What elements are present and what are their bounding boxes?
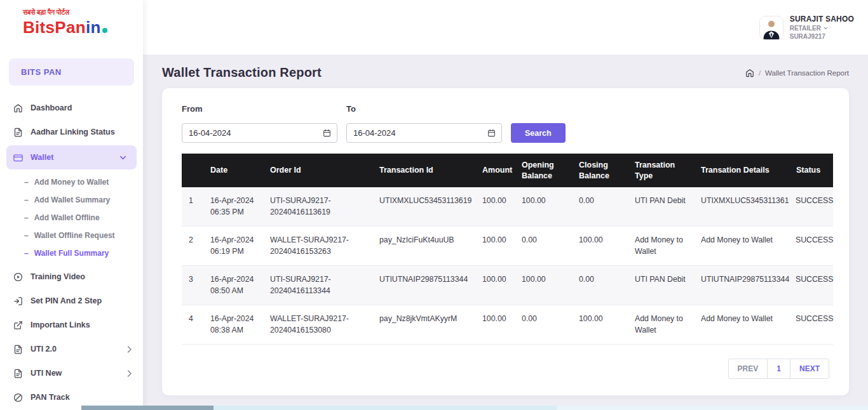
cell-date: 16-Apr-2024 06:35 PM (203, 187, 263, 226)
page-content: Wallet Transaction Report / Wallet Trans… (143, 55, 868, 410)
logo-main: BitsPan (23, 18, 86, 37)
sidebar-item-label: Wallet (31, 153, 111, 162)
from-date-value[interactable] (189, 128, 323, 138)
breadcrumb-current: Wallet Transaction Report (765, 69, 849, 77)
home-icon (13, 103, 23, 113)
status-badge: SUCCESS (789, 226, 833, 265)
col-transaction-id: Transaction Id (372, 154, 475, 187)
row-number: 4 (182, 305, 203, 344)
home-icon[interactable] (745, 69, 754, 77)
table-header: Date Order Id Transaction Id Amount Open… (182, 154, 833, 187)
cell-closing-balance: 100.00 (572, 226, 628, 265)
cell-closing-balance: 0.00 (572, 265, 628, 305)
sidebar-item-label: Aadhar Linking Status (31, 128, 134, 136)
sidebar-section-label: BITS PAN (9, 58, 134, 86)
sidebar-item-uti-new[interactable]: UTI New (0, 361, 143, 385)
cell-amount: 100.00 (475, 305, 515, 344)
sidebar-item-important-links[interactable]: Important Links (0, 313, 143, 337)
avatar (759, 16, 783, 40)
next-button[interactable]: NEXT (790, 359, 829, 379)
cell-transaction-id: UTIXMXLUC53453113619 (372, 187, 475, 226)
user-menu[interactable]: SURAJIT SAHOO RETAILER SURAJ9217 (759, 15, 854, 40)
sidebar-item-label: Set PIN And 2 Step (31, 296, 134, 305)
cell-opening-balance: 0.00 (515, 305, 572, 344)
sidebar-item-wallet-full-summary[interactable]: –Wallet Full Summary (0, 244, 143, 262)
dash-marker: – (24, 178, 29, 187)
sidebar-subitem-label: Add Wallet Summary (34, 195, 111, 204)
user-id: SURAJ9217 (790, 33, 854, 40)
sidebar-item-add-wallet-summary[interactable]: –Add Wallet Summary (0, 191, 143, 209)
sidebar-subitem-label: Add Money to Wallet (34, 178, 109, 187)
cell-date: 16-Apr-2024 08:38 AM (203, 305, 263, 344)
sidebar-item-wallet[interactable]: Wallet (6, 145, 137, 169)
row-number: 3 (182, 265, 203, 305)
col-index (182, 154, 203, 187)
sidebar-item-add-wallet-offline[interactable]: –Add Wallet Offline (0, 209, 143, 227)
col-transation-details: Transation Details (694, 154, 789, 187)
from-label: From (182, 104, 337, 114)
header-row: Date Order Id Transaction Id Amount Open… (182, 154, 833, 187)
calendar-icon[interactable] (323, 129, 331, 137)
scrollbar-track[interactable] (557, 406, 868, 410)
cell-transation-details: Add Money to Wallet (694, 226, 789, 265)
cell-transation-details: Add Money to Wallet (694, 305, 789, 344)
status-badge: SUCCESS (789, 305, 833, 344)
prev-button[interactable]: PREV (728, 359, 768, 379)
to-date-input[interactable] (346, 123, 502, 143)
sidebar-item-set-pin-2step[interactable]: Set PIN And 2 Step (0, 289, 143, 313)
cell-opening-balance: 100.00 (515, 265, 572, 305)
brand-logo[interactable]: सबसे बड़ा पैन पोर्टल BitsPanin (0, 0, 143, 56)
dash-marker: – (24, 195, 29, 204)
user-text: SURAJIT SAHOO RETAILER SURAJ9217 (790, 15, 854, 40)
sidebar-item-add-money-to-wallet[interactable]: –Add Money to Wallet (0, 173, 143, 191)
logo-dot-icon (102, 28, 107, 33)
col-transation-type: Transation Type (628, 154, 694, 187)
cell-transation-details: UTIXMXLUC53453113619 (694, 187, 789, 226)
to-date-value[interactable] (353, 128, 487, 138)
cell-transation-type: UTI PAN Debit (628, 265, 694, 305)
breadcrumb-separator: / (759, 69, 761, 77)
cell-date: 16-Apr-2024 06:19 PM (203, 226, 263, 265)
login-icon (13, 296, 23, 306)
page-1-button[interactable]: 1 (767, 359, 790, 379)
search-button[interactable]: Search (511, 123, 566, 143)
to-filter-group: To (346, 104, 502, 143)
brand-tagline: सबसे बड़ा पैन पोर्टल (23, 8, 143, 17)
sidebar-item-training-video[interactable]: Training Video (0, 265, 143, 289)
main-area: SURAJIT SAHOO RETAILER SURAJ9217 Wallet … (143, 0, 868, 410)
cell-transaction-id: UTIUTNAIP29875113344 (372, 265, 475, 305)
from-date-input[interactable] (182, 123, 337, 143)
track-icon (13, 393, 23, 402)
sidebar-item-aadhar-linking-status[interactable]: Aadhar Linking Status (0, 120, 143, 144)
cell-amount: 100.00 (475, 187, 515, 226)
breadcrumb: / Wallet Transaction Report (745, 69, 849, 77)
table-row: 2 16-Apr-2024 06:19 PM WALLET-SURAJ9217-… (182, 226, 833, 265)
document-icon (13, 369, 23, 378)
pagination: PREV 1 NEXT (182, 359, 829, 379)
cell-order-id: WALLET-SURAJ9217-20240416153263 (263, 226, 372, 265)
col-order-id: Order Id (263, 154, 372, 187)
user-role[interactable]: RETAILER (790, 25, 854, 32)
status-badge: SUCCESS (789, 187, 833, 226)
table-row: 1 16-Apr-2024 06:35 PM UTI-SURAJ9217-202… (182, 187, 833, 226)
cell-opening-balance: 100.00 (515, 187, 572, 226)
row-number: 1 (182, 187, 203, 226)
document-icon (13, 128, 23, 137)
col-date: Date (203, 154, 263, 187)
wallet-icon (13, 153, 23, 162)
cell-transation-details: UTIUTNAIP29875113344 (694, 265, 789, 305)
sidebar: सबसे बड़ा पैन पोर्टल BitsPanin BITS PAN … (0, 0, 143, 410)
sidebar-item-uti-2-0[interactable]: UTI 2.0 (0, 337, 143, 361)
sidebar-item-dashboard[interactable]: Dashboard (0, 96, 143, 120)
app-root: सबसे बड़ा पैन पोर्टल BitsPanin BITS PAN … (0, 0, 868, 410)
cell-date: 16-Apr-2024 08:50 AM (203, 265, 263, 305)
top-header: SURAJIT SAHOO RETAILER SURAJ9217 (143, 0, 868, 55)
cell-opening-balance: 0.00 (515, 226, 572, 265)
sidebar-item-wallet-offline-request[interactable]: –Wallet Offline Request (0, 227, 143, 244)
from-filter-group: From (182, 104, 337, 143)
calendar-icon[interactable] (487, 129, 496, 137)
external-link-icon (13, 321, 23, 330)
horizontal-scrollbar[interactable] (0, 406, 868, 410)
scrollbar-thumb[interactable] (81, 406, 214, 410)
cell-order-id: UTI-SURAJ9217-20240416113619 (263, 187, 372, 226)
